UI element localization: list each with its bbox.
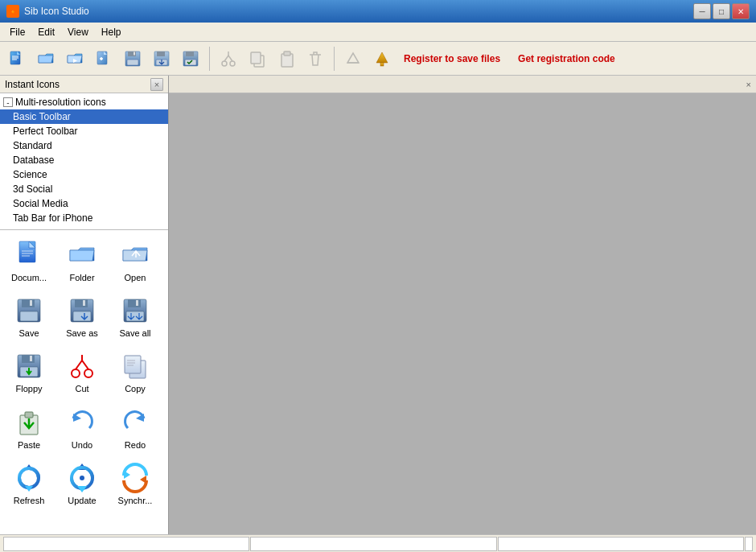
cut-button[interactable] bbox=[215, 45, 242, 72]
icon-tree[interactable]: - Multi-resolution icons Basic Toolbar P… bbox=[0, 93, 168, 230]
floppy-icon-img bbox=[13, 350, 45, 382]
open-icon-img bbox=[119, 239, 151, 271]
save-button[interactable] bbox=[119, 45, 146, 72]
icon-saveas[interactable]: Save as bbox=[58, 290, 106, 343]
folder-icon-label: Folder bbox=[69, 273, 94, 283]
icon-redo[interactable]: Redo bbox=[111, 402, 159, 455]
minimize-button[interactable]: ─ bbox=[693, 3, 711, 19]
tree-item-standard[interactable]: Standard bbox=[0, 138, 168, 153]
paste-icon-img bbox=[13, 406, 45, 439]
undo-icon-img bbox=[66, 406, 98, 439]
panel-title: Instant Icons bbox=[5, 79, 60, 90]
tree-item-database[interactable]: Database bbox=[0, 153, 168, 167]
svg-rect-30 bbox=[75, 299, 88, 307]
svg-rect-8 bbox=[127, 60, 138, 65]
menu-edit[interactable]: Edit bbox=[31, 25, 61, 39]
icon-sync[interactable]: Synchr... bbox=[111, 458, 159, 510]
svg-rect-46 bbox=[25, 412, 33, 418]
instant-icons-panel: Instant Icons × - Multi-resolution icons… bbox=[0, 76, 169, 534]
svg-rect-28 bbox=[20, 311, 38, 321]
update-icon-label: Update bbox=[68, 496, 96, 506]
redo-icon-label: Redo bbox=[125, 440, 146, 451]
tree-item-basic-toolbar[interactable]: Basic Toolbar bbox=[0, 109, 168, 124]
update-icon-img bbox=[66, 462, 98, 494]
icon-document[interactable]: Docum... bbox=[5, 235, 53, 287]
saveall-icon-label: Save all bbox=[119, 328, 150, 339]
tree-root[interactable]: - Multi-resolution icons bbox=[0, 95, 168, 109]
register-text: Register to save files bbox=[404, 53, 500, 64]
icon-open[interactable]: Open bbox=[111, 235, 159, 287]
canvas-close-button[interactable]: × bbox=[746, 80, 751, 89]
icon-saveall[interactable]: Save all bbox=[111, 290, 159, 343]
svg-rect-39 bbox=[30, 356, 32, 361]
icon-copy[interactable]: Copy bbox=[111, 346, 159, 398]
main-area: Instant Icons × - Multi-resolution icons… bbox=[0, 76, 756, 534]
paste-button[interactable] bbox=[273, 45, 300, 72]
floppy-icon-label: Floppy bbox=[15, 384, 42, 394]
delete-button[interactable] bbox=[302, 45, 329, 72]
save-icon-img bbox=[13, 295, 45, 327]
new2-button[interactable] bbox=[90, 45, 117, 72]
status-section-1 bbox=[3, 537, 249, 551]
menu-bar: File Edit View Help bbox=[0, 23, 756, 42]
status-bar bbox=[0, 534, 756, 552]
svg-rect-35 bbox=[136, 300, 138, 306]
color-fill-button[interactable] bbox=[339, 45, 367, 72]
canvas-area[interactable] bbox=[169, 93, 756, 534]
status-section-2 bbox=[250, 537, 496, 551]
svg-point-53 bbox=[80, 476, 84, 480]
icon-paste[interactable]: Paste bbox=[5, 402, 53, 455]
close-button[interactable]: ✕ bbox=[732, 3, 750, 19]
new-button[interactable] bbox=[3, 45, 31, 72]
menu-view[interactable]: View bbox=[61, 25, 95, 39]
save-icon-label: Save bbox=[18, 328, 39, 339]
maximize-button[interactable]: □ bbox=[713, 3, 730, 19]
icon-refresh[interactable]: Refresh bbox=[5, 458, 53, 510]
copy-icon-img bbox=[119, 350, 151, 382]
tree-item-label: Tab Bar for iPhone bbox=[13, 212, 92, 224]
status-section-4 bbox=[745, 537, 753, 551]
toolbar: Register to save files Get registration … bbox=[0, 42, 756, 76]
separator1 bbox=[209, 47, 210, 71]
register-link[interactable]: Get registration code bbox=[518, 53, 615, 64]
svg-point-42 bbox=[84, 369, 92, 377]
svg-rect-21 bbox=[380, 63, 384, 66]
icon-folder[interactable]: Folder bbox=[58, 235, 106, 287]
icon-save[interactable]: Save bbox=[5, 290, 53, 343]
open-button[interactable] bbox=[61, 45, 88, 72]
icon-floppy[interactable]: Floppy bbox=[5, 346, 53, 398]
svg-marker-48 bbox=[136, 414, 144, 422]
tree-item-science[interactable]: Science bbox=[0, 167, 168, 182]
icon-undo[interactable]: Undo bbox=[58, 402, 106, 455]
copy-button[interactable] bbox=[244, 45, 271, 72]
app-icon: 🔸 bbox=[6, 5, 19, 18]
save2-button[interactable] bbox=[177, 45, 204, 72]
tree-item-tab-bar[interactable]: Tab Bar for iPhone bbox=[0, 211, 168, 225]
icons-grid-area[interactable]: Docum... Folder bbox=[0, 230, 168, 534]
canvas-title-bar: × bbox=[169, 76, 756, 93]
panel-close-button[interactable]: × bbox=[150, 78, 163, 91]
refresh-icon-img bbox=[13, 462, 45, 494]
export-button[interactable] bbox=[148, 45, 175, 72]
svg-point-16 bbox=[230, 61, 235, 66]
menu-help[interactable]: Help bbox=[95, 25, 128, 39]
tree-item-label: Standard bbox=[13, 140, 52, 151]
tree-expand-icon[interactable]: - bbox=[3, 97, 13, 107]
saveall-icon-img bbox=[119, 295, 151, 327]
svg-rect-44 bbox=[125, 356, 141, 373]
open-folder-button[interactable] bbox=[32, 45, 60, 72]
tree-item-perfect-toolbar[interactable]: Perfect Toolbar bbox=[0, 124, 168, 138]
menu-file[interactable]: File bbox=[3, 25, 31, 39]
saveas-icon-label: Save as bbox=[66, 328, 98, 339]
svg-rect-20 bbox=[284, 51, 290, 56]
tree-root-label: Multi-resolution icons bbox=[15, 97, 106, 108]
cut-icon-label: Cut bbox=[75, 384, 88, 394]
tree-item-social-media[interactable]: Social Media bbox=[0, 196, 168, 211]
icon-cut[interactable]: Cut bbox=[58, 346, 106, 398]
tree-item-3d-social[interactable]: 3d Social bbox=[0, 182, 168, 196]
refresh-icon-label: Refresh bbox=[14, 496, 45, 506]
icon-update[interactable]: Update bbox=[58, 458, 106, 510]
redo-icon-img bbox=[119, 406, 151, 439]
paste-icon-label: Paste bbox=[18, 440, 40, 451]
color-arrow-button[interactable] bbox=[368, 45, 396, 72]
